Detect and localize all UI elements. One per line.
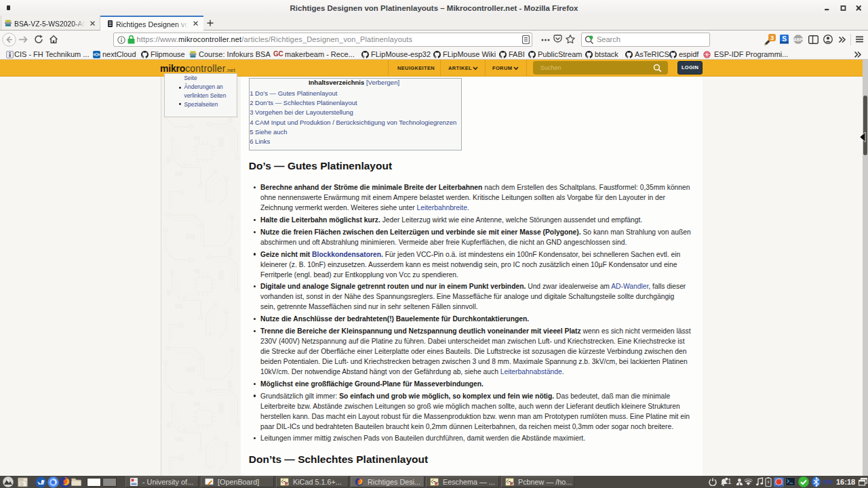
svg-text:S: S xyxy=(782,35,787,43)
svg-text:3: 3 xyxy=(770,35,774,41)
svg-text:KiCad: KiCad xyxy=(283,483,289,485)
svg-text:KiCad: KiCad xyxy=(509,483,514,485)
svg-text:ABP: ABP xyxy=(793,37,803,42)
svg-text:KiCad: KiCad xyxy=(433,483,439,485)
